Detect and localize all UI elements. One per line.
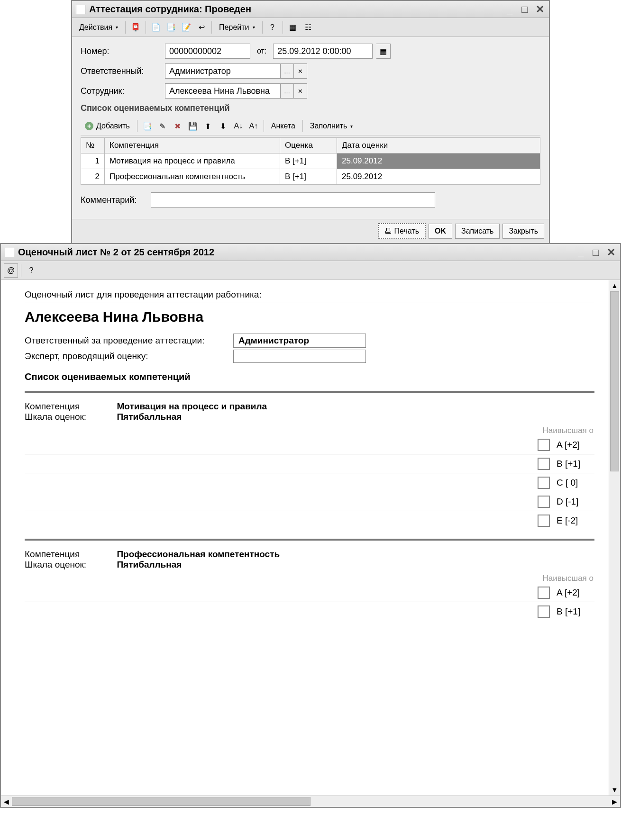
vertical-scrollbar[interactable]: ▲ ▼ [609, 280, 620, 795]
competency-name: Профессиональная компетентность [117, 549, 280, 559]
post-icon[interactable]: 📮 [128, 20, 143, 35]
select-clear-icon[interactable]: ✕ [293, 64, 307, 78]
post-close-icon[interactable]: 📄 [149, 20, 163, 35]
checkbox[interactable] [538, 515, 550, 527]
scale-label-text: C [ 0] [557, 478, 594, 488]
scale-label-text: B [+1] [557, 606, 594, 617]
actions-menu[interactable]: Действия [75, 21, 122, 34]
layout-icon[interactable]: ▦ [286, 20, 300, 35]
employee-field[interactable]: Алексеева Нина Львовна … ✕ [165, 83, 307, 99]
col-grade[interactable]: Оценка [280, 138, 337, 154]
document-icon [5, 248, 14, 257]
checkbox[interactable] [538, 587, 550, 599]
copy-row-icon[interactable]: 📑 [140, 119, 155, 133]
date-field[interactable]: 25.09.2012 0:00:00 [273, 44, 373, 59]
goto-menu[interactable]: Перейти [215, 21, 259, 34]
comment-row: Комментарий: [81, 192, 540, 208]
scroll-thumb[interactable] [12, 797, 310, 806]
comment-field[interactable] [151, 192, 435, 208]
ok-button[interactable]: OK [429, 224, 452, 239]
scale-option[interactable]: A [+2] [25, 435, 594, 454]
scale-label: Шкала оценок: [25, 560, 115, 570]
minimize-button[interactable]: _ [575, 246, 586, 259]
print-button[interactable]: 🖶 Печать [378, 223, 426, 239]
scale-option[interactable]: B [+1] [25, 454, 594, 473]
email-icon[interactable]: @ [4, 263, 18, 278]
anketa-button[interactable]: Анкета [267, 119, 300, 133]
scroll-track[interactable] [12, 796, 609, 807]
scroll-right-icon[interactable]: ▶ [609, 798, 620, 805]
cell-num: 2 [81, 169, 105, 185]
scale-option[interactable]: B [+1] [25, 602, 594, 621]
delete-row-icon[interactable]: ✖ [171, 119, 185, 133]
settings-icon[interactable]: ☷ [301, 20, 315, 35]
select-open-icon[interactable]: … [280, 84, 293, 98]
cell-date[interactable]: 25.09.2012 [337, 154, 540, 169]
checkbox[interactable] [538, 477, 550, 489]
doc-heading: Оценочный лист для проведения аттестации… [25, 289, 594, 302]
scroll-track[interactable] [609, 291, 620, 784]
maximize-button[interactable]: □ [591, 246, 601, 259]
help-icon[interactable]: ? [265, 20, 280, 35]
scroll-up-icon[interactable]: ▲ [612, 280, 618, 291]
undo-post-icon[interactable]: ↩ [194, 20, 209, 35]
expert-label: Эксперт, проводящий оценку: [25, 351, 233, 361]
close-form-button[interactable]: Закрыть [502, 224, 544, 239]
maximize-button[interactable]: □ [520, 3, 530, 16]
move-down-icon[interactable]: ⬇ [216, 119, 230, 133]
scroll-left-icon[interactable]: ◀ [1, 798, 12, 805]
plus-icon: + [85, 122, 93, 130]
select-clear-icon[interactable]: ✕ [293, 84, 307, 98]
window-controls: _ □ ✕ [575, 246, 616, 259]
help-icon[interactable]: ? [24, 263, 38, 278]
table-row[interactable]: 2 Профессиональная компетентность B [+1]… [81, 169, 540, 185]
close-button[interactable]: ✕ [606, 246, 616, 259]
add-button[interactable]: + Добавить [81, 119, 134, 133]
fill-menu[interactable]: Заполнить [306, 119, 357, 133]
comment-label: Комментарий: [81, 195, 147, 205]
evaluation-sheet-window: Оценочный лист № 2 от 25 сентября 2012 _… [0, 243, 621, 808]
scale-option[interactable]: D [-1] [25, 492, 594, 511]
number-field[interactable]: 00000000002 [165, 44, 250, 59]
checkbox[interactable] [538, 439, 550, 451]
document-icon [76, 5, 85, 14]
calendar-icon[interactable]: ▦ [376, 44, 391, 59]
scale-option[interactable]: A [+2] [25, 583, 594, 602]
footer-bar: 🖶 Печать OK Записать Закрыть [72, 219, 549, 243]
document-content[interactable]: Оценочный лист для проведения аттестации… [1, 280, 609, 795]
scale-option[interactable]: E [-2] [25, 511, 594, 530]
scroll-down-icon[interactable]: ▼ [612, 784, 618, 795]
doc-employee-name: Алексеева Нина Львовна [25, 309, 594, 325]
save-row-icon[interactable]: 💾 [186, 119, 200, 133]
minimize-button[interactable]: _ [504, 3, 515, 16]
scale-option[interactable]: C [ 0] [25, 473, 594, 492]
based-on-icon[interactable]: 📝 [179, 20, 193, 35]
sort-desc-icon[interactable]: A↑ [247, 119, 261, 133]
checkbox[interactable] [538, 496, 550, 508]
col-competency[interactable]: Компетенция [105, 138, 280, 154]
competencies-table[interactable]: № Компетенция Оценка Дата оценки 1 Мотив… [81, 137, 540, 185]
select-open-icon[interactable]: … [280, 64, 293, 78]
horizontal-scrollbar[interactable]: ◀ ▶ [1, 795, 620, 807]
copy-icon[interactable]: 📑 [164, 20, 178, 35]
responsible-field[interactable]: Администратор … ✕ [165, 63, 307, 79]
competency-block: Компетенция Мотивация на процесс и прави… [25, 401, 594, 530]
move-up-icon[interactable]: ⬆ [201, 119, 215, 133]
col-num[interactable]: № [81, 138, 105, 154]
save-button[interactable]: Записать [455, 224, 500, 239]
main-toolbar: Действия 📮 📄 📑 📝 ↩ Перейти ? ▦ ☷ [72, 18, 549, 37]
close-button[interactable]: ✕ [535, 3, 545, 16]
divider [25, 391, 594, 393]
document-area: Оценочный лист для проведения аттестации… [1, 280, 620, 795]
list-toolbar: + Добавить 📑 ✎ ✖ 💾 ⬆ ⬇ A↓ A↑ Анкета Запо… [81, 117, 540, 135]
col-date[interactable]: Дата оценки [337, 138, 540, 154]
window-title: Оценочный лист № 2 от 25 сентября 2012 [18, 247, 575, 258]
checkbox[interactable] [538, 605, 550, 618]
scale-label-text: B [+1] [557, 459, 594, 469]
checkbox[interactable] [538, 458, 550, 470]
table-row[interactable]: 1 Мотивация на процесс и правила B [+1] … [81, 154, 540, 169]
sort-asc-icon[interactable]: A↓ [231, 119, 246, 133]
edit-row-icon[interactable]: ✎ [155, 119, 170, 133]
scroll-thumb[interactable] [610, 291, 619, 471]
competency-label: Компетенция [25, 549, 115, 560]
